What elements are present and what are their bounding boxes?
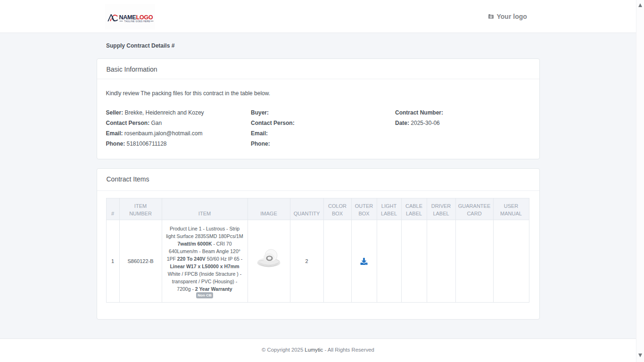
svg-text:TAGLINE GOES HERE: TAGLINE GOES HERE bbox=[124, 20, 150, 23]
